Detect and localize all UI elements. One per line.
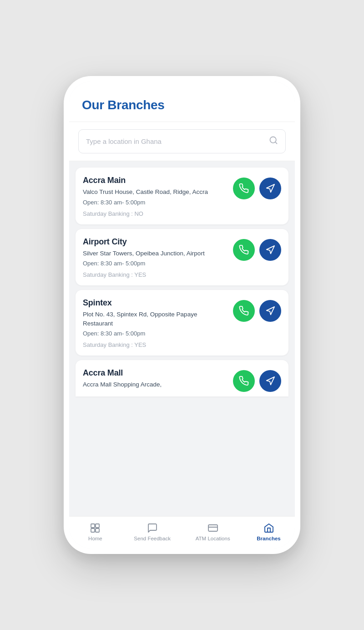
branch-name: Spintex [83, 298, 228, 308]
branch-saturday: Saturday Banking : YES [83, 341, 228, 348]
nav-item-feedback[interactable]: Send Feedback [134, 522, 171, 541]
nav-item-home[interactable]: Home [81, 522, 109, 541]
bottom-nav: Home Send Feedback ATM Locations [69, 516, 295, 549]
home-icon [89, 522, 101, 534]
navigate-button[interactable] [259, 239, 281, 261]
call-button[interactable] [233, 370, 255, 392]
svg-rect-9 [96, 528, 99, 532]
navigate-button[interactable] [259, 178, 281, 199]
page-title: Our Branches [82, 98, 282, 112]
branch-hours: Open: 8:30 am- 5:00pm [83, 260, 228, 267]
feedback-label: Send Feedback [134, 536, 171, 541]
branch-info: Accra Main Valco Trust House, Castle Roa… [83, 176, 233, 217]
search-box[interactable]: Type a location in Ghana [78, 129, 286, 153]
call-button[interactable] [233, 178, 255, 199]
branch-saturday: Saturday Banking : YES [83, 271, 228, 278]
svg-rect-7 [96, 524, 99, 528]
page-header: Our Branches [69, 81, 295, 122]
branch-card: Accra Mall Accra Mall Shopping Arcade, [76, 360, 288, 396]
branch-actions [233, 300, 281, 322]
svg-marker-3 [267, 245, 274, 253]
svg-marker-5 [267, 377, 274, 385]
svg-marker-2 [267, 184, 274, 192]
svg-rect-8 [91, 528, 95, 532]
atm-icon [207, 522, 219, 534]
nav-item-atm[interactable]: ATM Locations [196, 522, 230, 541]
screen: Our Branches Type a location in Ghana Ac… [69, 81, 295, 549]
atm-label: ATM Locations [196, 536, 230, 541]
svg-rect-6 [91, 524, 95, 528]
branch-hours: Open: 8:30 am- 5:00pm [83, 199, 228, 206]
branch-name: Airport City [83, 237, 228, 247]
navigate-button[interactable] [259, 300, 281, 322]
svg-rect-10 [208, 525, 217, 531]
phone-shell: Our Branches Type a location in Ghana Ac… [64, 76, 300, 554]
branch-info: Spintex Plot No. 43, Spintex Rd, Opposit… [83, 298, 233, 348]
branch-card: Airport City Silver Star Towers, Opeibea… [76, 229, 288, 286]
branch-name: Accra Mall [83, 368, 228, 378]
feedback-icon [147, 522, 158, 534]
branch-list: Accra Main Valco Trust House, Castle Roa… [69, 161, 295, 516]
branch-card: Accra Main Valco Trust House, Castle Roa… [76, 168, 288, 224]
branches-label: Branches [257, 536, 280, 541]
branch-address: Silver Star Towers, Opeibea Junction, Ai… [83, 249, 228, 258]
content-area: Our Branches Type a location in Ghana Ac… [69, 81, 295, 516]
svg-line-1 [275, 142, 277, 144]
branches-icon [263, 522, 275, 534]
branch-address: Accra Mall Shopping Arcade, [83, 380, 228, 389]
branch-card: Spintex Plot No. 43, Spintex Rd, Opposit… [76, 290, 288, 356]
home-label: Home [88, 536, 102, 541]
call-button[interactable] [233, 300, 255, 322]
branch-info: Airport City Silver Star Towers, Opeibea… [83, 237, 233, 279]
search-icon [269, 136, 278, 147]
search-container: Type a location in Ghana [69, 122, 295, 161]
branch-address: Plot No. 43, Spintex Rd, Opposite Papaye… [83, 310, 228, 328]
svg-marker-4 [267, 307, 274, 315]
call-button[interactable] [233, 239, 255, 261]
branch-saturday: Saturday Banking : NO [83, 210, 228, 217]
branch-address: Valco Trust House, Castle Road, Ridge, A… [83, 188, 228, 197]
nav-item-branches[interactable]: Branches [255, 522, 283, 541]
branch-actions [233, 178, 281, 199]
branch-actions [233, 239, 281, 261]
branch-info: Accra Mall Accra Mall Shopping Arcade, [83, 368, 233, 391]
navigate-button[interactable] [259, 370, 281, 392]
branch-actions [233, 370, 281, 392]
branch-hours: Open: 8:30 am- 5:00pm [83, 330, 228, 337]
branch-name: Accra Main [83, 176, 228, 185]
search-placeholder: Type a location in Ghana [86, 137, 162, 145]
